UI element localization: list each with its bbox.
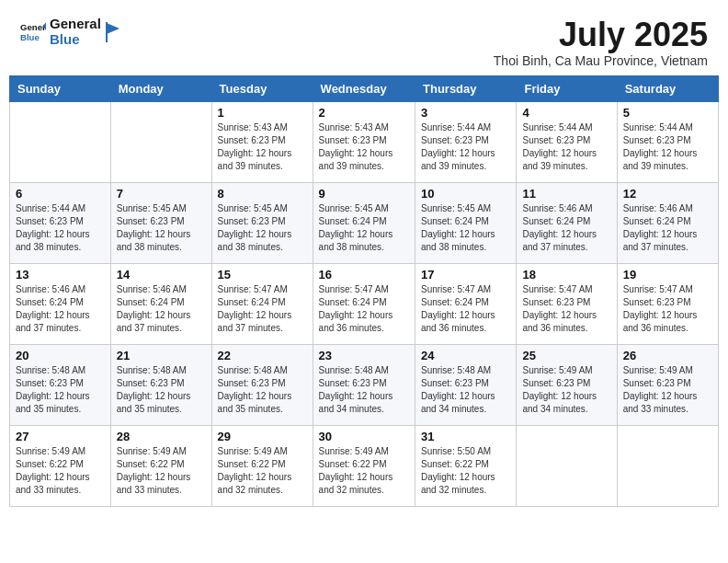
day-number: 29 [218, 430, 307, 443]
day-number: 28 [117, 430, 206, 443]
day-info: Sunrise: 5:45 AM Sunset: 6:24 PM Dayligh… [421, 202, 510, 254]
day-info: Sunrise: 5:47 AM Sunset: 6:23 PM Dayligh… [623, 283, 712, 335]
day-info: Sunrise: 5:44 AM Sunset: 6:23 PM Dayligh… [522, 121, 610, 173]
calendar-cell: 30Sunrise: 5:49 AM Sunset: 6:22 PM Dayli… [313, 425, 415, 506]
calendar-cell: 26Sunrise: 5:49 AM Sunset: 6:23 PM Dayli… [617, 344, 718, 425]
day-info: Sunrise: 5:50 AM Sunset: 6:22 PM Dayligh… [421, 445, 510, 497]
day-info: Sunrise: 5:49 AM Sunset: 6:23 PM Dayligh… [522, 364, 610, 416]
calendar-cell: 14Sunrise: 5:46 AM Sunset: 6:24 PM Dayli… [110, 263, 211, 344]
day-number: 8 [218, 187, 307, 201]
day-number: 4 [522, 106, 610, 120]
day-info: Sunrise: 5:44 AM Sunset: 6:23 PM Dayligh… [421, 121, 510, 173]
weekday-header-wednesday: Wednesday [313, 75, 415, 101]
logo-flag-icon [105, 22, 121, 42]
day-info: Sunrise: 5:48 AM Sunset: 6:23 PM Dayligh… [319, 364, 409, 416]
calendar-cell: 20Sunrise: 5:48 AM Sunset: 6:23 PM Dayli… [10, 344, 111, 425]
day-number: 15 [218, 268, 307, 282]
day-number: 17 [421, 268, 510, 282]
day-info: Sunrise: 5:47 AM Sunset: 6:24 PM Dayligh… [421, 283, 510, 335]
day-info: Sunrise: 5:43 AM Sunset: 6:23 PM Dayligh… [319, 121, 409, 173]
day-number: 18 [522, 268, 610, 282]
calendar-cell: 28Sunrise: 5:49 AM Sunset: 6:22 PM Dayli… [110, 425, 211, 506]
logo-general: General [50, 17, 101, 32]
day-info: Sunrise: 5:49 AM Sunset: 6:22 PM Dayligh… [319, 445, 409, 497]
day-number: 26 [623, 349, 712, 362]
day-number: 25 [522, 349, 610, 362]
logo-blue: Blue [50, 32, 101, 48]
svg-marker-4 [107, 23, 119, 34]
day-number: 16 [319, 268, 409, 282]
day-info: Sunrise: 5:45 AM Sunset: 6:23 PM Dayligh… [117, 202, 206, 254]
day-info: Sunrise: 5:46 AM Sunset: 6:24 PM Dayligh… [117, 283, 206, 335]
day-number: 23 [319, 349, 409, 362]
calendar-cell: 17Sunrise: 5:47 AM Sunset: 6:24 PM Dayli… [415, 263, 517, 344]
day-number: 22 [218, 349, 307, 362]
day-number: 14 [117, 268, 206, 282]
day-info: Sunrise: 5:44 AM Sunset: 6:23 PM Dayligh… [623, 121, 712, 173]
month-title: July 2025 [494, 17, 708, 53]
calendar-cell: 11Sunrise: 5:46 AM Sunset: 6:24 PM Dayli… [517, 182, 617, 263]
day-number: 13 [16, 268, 105, 282]
calendar-cell: 21Sunrise: 5:48 AM Sunset: 6:23 PM Dayli… [110, 344, 211, 425]
day-info: Sunrise: 5:46 AM Sunset: 6:24 PM Dayligh… [623, 202, 712, 254]
day-info: Sunrise: 5:49 AM Sunset: 6:22 PM Dayligh… [16, 445, 105, 497]
day-info: Sunrise: 5:43 AM Sunset: 6:23 PM Dayligh… [218, 121, 307, 173]
weekday-header-sunday: Sunday [10, 75, 111, 101]
day-number: 20 [16, 349, 105, 362]
calendar-cell [617, 425, 718, 506]
day-number: 19 [623, 268, 712, 282]
calendar-header-row: SundayMondayTuesdayWednesdayThursdayFrid… [10, 75, 719, 101]
logo: General Blue General Blue [20, 17, 121, 47]
calendar-week-row: 27Sunrise: 5:49 AM Sunset: 6:22 PM Dayli… [10, 425, 719, 506]
day-info: Sunrise: 5:49 AM Sunset: 6:22 PM Dayligh… [117, 445, 206, 497]
day-number: 9 [319, 187, 409, 201]
day-number: 21 [117, 349, 206, 362]
calendar-cell: 7Sunrise: 5:45 AM Sunset: 6:23 PM Daylig… [110, 182, 211, 263]
calendar-cell: 22Sunrise: 5:48 AM Sunset: 6:23 PM Dayli… [211, 344, 313, 425]
day-info: Sunrise: 5:46 AM Sunset: 6:24 PM Dayligh… [522, 202, 610, 254]
calendar-cell: 9Sunrise: 5:45 AM Sunset: 6:24 PM Daylig… [313, 182, 415, 263]
day-info: Sunrise: 5:49 AM Sunset: 6:23 PM Dayligh… [623, 364, 712, 416]
day-info: Sunrise: 5:48 AM Sunset: 6:23 PM Dayligh… [16, 364, 105, 416]
calendar-week-row: 20Sunrise: 5:48 AM Sunset: 6:23 PM Dayli… [10, 344, 719, 425]
calendar-cell: 13Sunrise: 5:46 AM Sunset: 6:24 PM Dayli… [10, 263, 111, 344]
day-info: Sunrise: 5:48 AM Sunset: 6:23 PM Dayligh… [117, 364, 206, 416]
weekday-header-thursday: Thursday [415, 75, 517, 101]
day-info: Sunrise: 5:45 AM Sunset: 6:23 PM Dayligh… [218, 202, 307, 254]
day-number: 11 [522, 187, 610, 201]
day-info: Sunrise: 5:46 AM Sunset: 6:24 PM Dayligh… [16, 283, 105, 335]
day-number: 24 [421, 349, 510, 362]
calendar-week-row: 1Sunrise: 5:43 AM Sunset: 6:23 PM Daylig… [10, 101, 719, 182]
calendar-cell: 23Sunrise: 5:48 AM Sunset: 6:23 PM Dayli… [313, 344, 415, 425]
calendar-cell: 27Sunrise: 5:49 AM Sunset: 6:22 PM Dayli… [10, 425, 111, 506]
day-number: 27 [16, 430, 105, 443]
calendar-cell: 2Sunrise: 5:43 AM Sunset: 6:23 PM Daylig… [313, 101, 415, 182]
calendar-cell: 29Sunrise: 5:49 AM Sunset: 6:22 PM Dayli… [211, 425, 313, 506]
calendar-cell: 10Sunrise: 5:45 AM Sunset: 6:24 PM Dayli… [415, 182, 517, 263]
day-info: Sunrise: 5:45 AM Sunset: 6:24 PM Dayligh… [319, 202, 409, 254]
calendar-week-row: 13Sunrise: 5:46 AM Sunset: 6:24 PM Dayli… [10, 263, 719, 344]
day-info: Sunrise: 5:47 AM Sunset: 6:24 PM Dayligh… [218, 283, 307, 335]
day-number: 7 [117, 187, 206, 201]
svg-text:General: General [20, 22, 46, 32]
day-number: 3 [421, 106, 510, 120]
calendar-cell: 5Sunrise: 5:44 AM Sunset: 6:23 PM Daylig… [617, 101, 718, 182]
calendar-table: SundayMondayTuesdayWednesdayThursdayFrid… [9, 75, 719, 507]
day-info: Sunrise: 5:49 AM Sunset: 6:22 PM Dayligh… [218, 445, 307, 497]
day-info: Sunrise: 5:48 AM Sunset: 6:23 PM Dayligh… [218, 364, 307, 416]
calendar-cell: 1Sunrise: 5:43 AM Sunset: 6:23 PM Daylig… [211, 101, 313, 182]
day-number: 1 [218, 106, 307, 120]
calendar-cell [110, 101, 211, 182]
svg-text:Blue: Blue [20, 31, 40, 41]
day-number: 5 [623, 106, 712, 120]
weekday-header-tuesday: Tuesday [211, 75, 313, 101]
calendar-week-row: 6Sunrise: 5:44 AM Sunset: 6:23 PM Daylig… [10, 182, 719, 263]
weekday-header-friday: Friday [517, 75, 617, 101]
day-info: Sunrise: 5:47 AM Sunset: 6:24 PM Dayligh… [319, 283, 409, 335]
calendar-cell: 16Sunrise: 5:47 AM Sunset: 6:24 PM Dayli… [313, 263, 415, 344]
day-number: 31 [421, 430, 510, 443]
logo-icon: General Blue [20, 19, 46, 45]
day-info: Sunrise: 5:48 AM Sunset: 6:23 PM Dayligh… [421, 364, 510, 416]
calendar-cell: 19Sunrise: 5:47 AM Sunset: 6:23 PM Dayli… [617, 263, 718, 344]
calendar-cell [517, 425, 617, 506]
